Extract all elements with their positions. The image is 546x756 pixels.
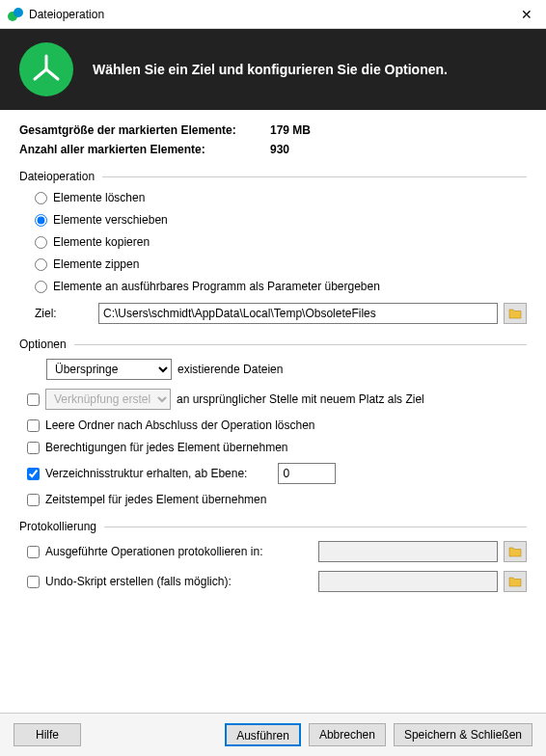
permissions-row[interactable]: Berechtigungen für jedes Element überneh… xyxy=(27,441,527,454)
timestamps-checkbox[interactable] xyxy=(27,494,40,506)
preserve-level-input[interactable] xyxy=(278,463,336,484)
stat-size-value: 179 MB xyxy=(270,123,311,137)
permissions-checkbox[interactable] xyxy=(27,442,40,454)
radio-delete-input[interactable] xyxy=(35,192,47,204)
undo-script-label: Undo-Skript erstellen (falls möglich): xyxy=(45,575,232,588)
radio-exec-input[interactable] xyxy=(35,281,47,293)
header-text: Wählen Sie ein Ziel und konfigurieren Si… xyxy=(93,62,448,77)
log-ops-label: Ausgeführte Operationen protokollieren i… xyxy=(45,545,262,558)
permissions-label: Berechtigungen für jedes Element überneh… xyxy=(45,441,288,454)
undo-script-checkbox[interactable] xyxy=(27,576,40,588)
divider xyxy=(102,176,527,177)
group-operation-title: Dateioperation xyxy=(19,170,95,183)
timestamps-label: Zeitstempel für jedes Element übernehmen xyxy=(45,493,266,506)
stat-size-row: Gesamtgröße der markierten Elemente: 179… xyxy=(19,123,527,137)
radio-exec[interactable]: Elemente an ausführbares Programm als Pa… xyxy=(35,280,527,293)
undo-script-input xyxy=(318,571,498,592)
delete-empty-checkbox[interactable] xyxy=(27,419,40,432)
divider xyxy=(104,526,527,527)
execute-button[interactable]: Ausführen xyxy=(225,723,301,746)
delete-empty-row[interactable]: Leere Ordner nach Abschluss der Operatio… xyxy=(27,418,527,432)
target-browse-button[interactable] xyxy=(504,303,527,324)
shortcut-select: Verknüpfung erstellen xyxy=(45,389,171,410)
shortcut-suffix: an ursprünglicher Stelle mit neuem Platz… xyxy=(177,392,424,406)
radio-zip[interactable]: Elemente zippen xyxy=(35,257,527,271)
timestamps-row[interactable]: Zeitstempel für jedes Element übernehmen xyxy=(27,493,527,506)
stat-count-value: 930 xyxy=(270,143,289,156)
folder-icon xyxy=(508,546,522,557)
group-operation: Dateioperation Elemente löschen Elemente… xyxy=(19,170,527,324)
undo-script-browse-button[interactable] xyxy=(504,571,527,592)
log-ops-browse-button[interactable] xyxy=(504,541,527,562)
divider xyxy=(74,344,527,345)
target-input[interactable] xyxy=(98,303,498,324)
help-button[interactable]: Hilfe xyxy=(14,723,81,746)
radio-exec-label: Elemente an ausführbares Programm als Pa… xyxy=(53,280,380,293)
group-options: Optionen Überspringe existierende Dateie… xyxy=(19,338,527,506)
group-logging: Protokollierung Ausgeführte Operationen … xyxy=(19,520,527,592)
radio-copy-label: Elemente kopieren xyxy=(53,235,150,249)
target-label: Ziel: xyxy=(35,307,93,320)
existing-suffix: existierende Dateien xyxy=(177,363,283,376)
window-title: Dateioperation xyxy=(29,8,507,21)
stat-count-row: Anzahl aller markierten Elemente: 930 xyxy=(19,143,527,156)
header-icon xyxy=(19,42,73,96)
header: Wählen Sie ein Ziel und konfigurieren Si… xyxy=(0,29,546,110)
radio-move-input[interactable] xyxy=(35,214,47,227)
log-ops-input xyxy=(318,541,498,562)
log-ops-checkbox[interactable] xyxy=(27,546,40,558)
radio-move[interactable]: Elemente verschieben xyxy=(35,213,527,227)
stat-size-label: Gesamtgröße der markierten Elemente: xyxy=(19,123,270,137)
shortcut-checkbox[interactable] xyxy=(27,393,40,406)
group-logging-title: Protokollierung xyxy=(19,520,96,533)
app-icon xyxy=(8,7,23,22)
radio-zip-label: Elemente zippen xyxy=(53,257,139,271)
svg-line-4 xyxy=(46,69,58,79)
radio-move-label: Elemente verschieben xyxy=(53,213,168,227)
svg-point-1 xyxy=(14,8,23,17)
radio-delete[interactable]: Elemente löschen xyxy=(35,191,527,204)
preserve-struct-checkbox[interactable] xyxy=(27,468,40,480)
delete-empty-label: Leere Ordner nach Abschluss der Operatio… xyxy=(45,418,315,432)
stat-count-label: Anzahl aller markierten Elemente: xyxy=(19,143,270,156)
svg-line-3 xyxy=(35,69,46,79)
footer: Hilfe Ausführen Abbrechen Speichern & Sc… xyxy=(0,713,546,756)
folder-icon xyxy=(508,308,522,319)
titlebar: Dateioperation ✕ xyxy=(0,0,546,29)
radio-delete-label: Elemente löschen xyxy=(53,191,145,204)
radio-zip-input[interactable] xyxy=(35,258,47,271)
save-close-button[interactable]: Speichern & Schließen xyxy=(394,723,532,746)
group-options-title: Optionen xyxy=(19,338,67,351)
radio-copy-input[interactable] xyxy=(35,236,47,249)
existing-select[interactable]: Überspringe xyxy=(46,359,172,380)
close-button[interactable]: ✕ xyxy=(507,0,546,29)
folder-icon xyxy=(508,576,522,587)
radio-copy[interactable]: Elemente kopieren xyxy=(35,235,527,249)
preserve-struct-label: Verzeichnisstruktur erhalten, ab Ebene: xyxy=(45,467,247,480)
cancel-button[interactable]: Abbrechen xyxy=(309,723,386,746)
